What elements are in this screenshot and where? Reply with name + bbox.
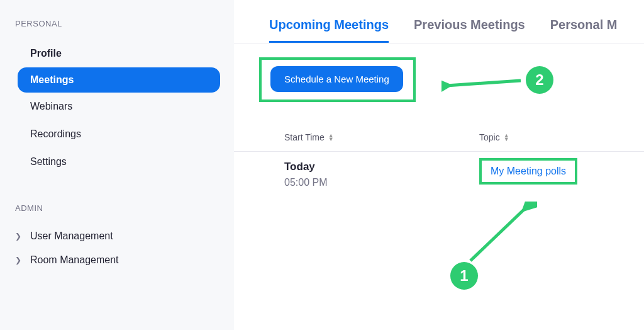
sidebar-item-room-management[interactable]: ❯ Room Management xyxy=(0,248,234,272)
sidebar-item-user-management[interactable]: ❯ User Management xyxy=(0,224,234,248)
annotation-highlight-1: My Meeting polls xyxy=(479,158,577,185)
main-content: Upcoming Meetings Previous Meetings Pers… xyxy=(234,0,644,330)
annotation-callout-1: 1 xyxy=(450,262,478,290)
table-row: Today 05:00 PM My Meeting polls xyxy=(234,152,644,188)
sidebar-section-personal: PERSONAL xyxy=(0,19,234,28)
table-header-row: Start Time ▲▼ Topic ▲▼ xyxy=(234,132,644,152)
tabs-bar: Upcoming Meetings Previous Meetings Pers… xyxy=(234,18,644,43)
chevron-right-icon: ❯ xyxy=(15,232,30,241)
tab-upcoming-meetings[interactable]: Upcoming Meetings xyxy=(269,18,389,43)
sidebar-item-meetings[interactable]: Meetings xyxy=(18,67,220,93)
schedule-area: Schedule a New Meeting xyxy=(259,57,644,102)
column-header-start-time[interactable]: Start Time ▲▼ xyxy=(284,132,479,142)
meeting-date: Today xyxy=(284,161,479,173)
sort-icon: ▲▼ xyxy=(328,134,334,142)
sidebar-item-label: User Management xyxy=(30,230,113,242)
schedule-new-meeting-button[interactable]: Schedule a New Meeting xyxy=(270,66,403,92)
sidebar-item-webinars[interactable]: Webinars xyxy=(0,93,234,120)
sidebar-item-label: Room Management xyxy=(30,254,119,266)
sidebar-item-settings[interactable]: Settings xyxy=(0,148,234,176)
meetings-table: Start Time ▲▼ Topic ▲▼ Today 05:00 PM My… xyxy=(234,132,644,188)
meeting-time: 05:00 PM xyxy=(284,177,479,188)
tab-previous-meetings[interactable]: Previous Meetings xyxy=(414,18,525,43)
cell-start-time: Today 05:00 PM xyxy=(284,161,479,188)
header-label: Start Time xyxy=(284,132,325,142)
column-header-topic[interactable]: Topic ▲▼ xyxy=(479,132,509,142)
sort-icon: ▲▼ xyxy=(504,134,509,142)
sidebar: PERSONAL Profile Meetings Webinars Recor… xyxy=(0,0,234,330)
annotation-callout-2: 2 xyxy=(526,66,553,94)
header-label: Topic xyxy=(479,132,500,142)
chevron-right-icon: ❯ xyxy=(15,256,30,265)
sidebar-item-profile[interactable]: Profile xyxy=(0,40,234,67)
tab-personal-meeting[interactable]: Personal M xyxy=(550,18,618,43)
sidebar-item-recordings[interactable]: Recordings xyxy=(0,120,234,148)
sidebar-section-admin: ADMIN xyxy=(0,203,234,213)
meeting-topic-link[interactable]: My Meeting polls xyxy=(491,166,566,176)
cell-topic: My Meeting polls xyxy=(479,161,577,188)
annotation-highlight-2: Schedule a New Meeting xyxy=(259,57,416,102)
